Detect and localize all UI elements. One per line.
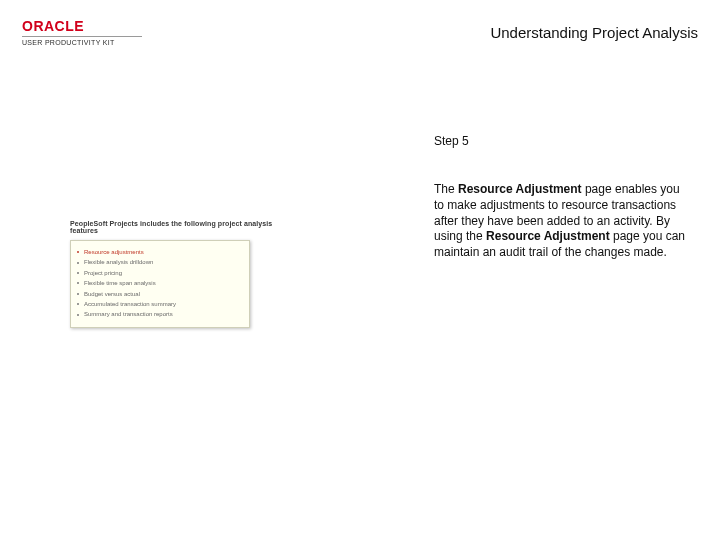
list-item-label: Budget versus actual (84, 290, 140, 298)
thumbnail-heading: PeopleSoft Projects includes the followi… (70, 220, 280, 234)
brand-subline: USER PRODUCTIVITY KIT (22, 39, 142, 46)
brand-logo: ORACLE USER PRODUCTIVITY KIT (22, 18, 142, 46)
bullet-icon (77, 314, 79, 316)
list-item-label: Resource adjustments (84, 248, 144, 256)
step-body: The Resource Adjustment page enables you… (434, 182, 692, 261)
list-item-label: Project pricing (84, 269, 122, 277)
bullet-icon (77, 272, 79, 274)
list-item: Budget versus actual (77, 290, 243, 298)
bullet-icon (77, 282, 79, 284)
text-bold: Resource Adjustment (458, 182, 582, 196)
list-item: Flexible analysis drilldown (77, 258, 243, 266)
list-item: Summary and transaction reports (77, 310, 243, 318)
list-item-label: Flexible analysis drilldown (84, 258, 153, 266)
page-title: Understanding Project Analysis (490, 24, 698, 41)
list-item-label: Flexible time span analysis (84, 279, 156, 287)
step-label: Step 5 (434, 134, 692, 148)
text-run: The (434, 182, 458, 196)
list-item: Resource adjustments (77, 248, 243, 256)
list-item: Project pricing (77, 269, 243, 277)
brand-word: ORACLE (22, 18, 142, 34)
instruction-panel: Step 5 The Resource Adjustment page enab… (434, 134, 692, 261)
bullet-icon (77, 303, 79, 305)
brand-divider (22, 36, 142, 37)
list-item: Flexible time span analysis (77, 279, 243, 287)
text-bold: Resource Adjustment (486, 229, 610, 243)
list-item-label: Summary and transaction reports (84, 310, 173, 318)
list-item: Accumulated transaction summary (77, 300, 243, 308)
thumbnail-card: Resource adjustments Flexible analysis d… (70, 240, 250, 328)
bullet-icon (77, 251, 79, 253)
bullet-icon (77, 262, 79, 264)
list-item-label: Accumulated transaction summary (84, 300, 176, 308)
bullet-icon (77, 293, 79, 295)
header: ORACLE USER PRODUCTIVITY KIT Understandi… (22, 18, 698, 58)
slide-thumbnail: PeopleSoft Projects includes the followi… (70, 220, 280, 330)
